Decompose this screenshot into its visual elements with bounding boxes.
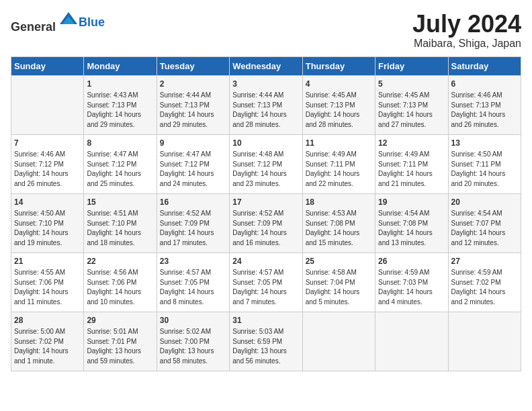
day-number: 14 (14, 197, 81, 208)
calendar-cell: 28Sunrise: 5:00 AM Sunset: 7:02 PM Dayli… (11, 312, 84, 371)
day-number: 21 (14, 256, 81, 267)
calendar-cell: 2Sunrise: 4:44 AM Sunset: 7:13 PM Daylig… (157, 75, 229, 134)
month-title: July 2024 (412, 11, 521, 38)
calendar-cell: 12Sunrise: 4:49 AM Sunset: 7:11 PM Dayli… (375, 134, 448, 193)
day-number: 16 (160, 197, 226, 208)
day-header: Monday (84, 56, 157, 75)
cell-content: Sunrise: 5:02 AM Sunset: 7:00 PM Dayligh… (160, 327, 226, 366)
calendar-cell: 5Sunrise: 4:45 AM Sunset: 7:13 PM Daylig… (375, 75, 448, 134)
calendar-cell: 10Sunrise: 4:48 AM Sunset: 7:12 PM Dayli… (230, 134, 302, 193)
day-number: 12 (378, 138, 445, 149)
day-number: 4 (306, 79, 372, 90)
cell-content: Sunrise: 4:50 AM Sunset: 7:11 PM Dayligh… (451, 150, 518, 189)
day-header: Wednesday (230, 56, 302, 75)
calendar-cell: 3Sunrise: 4:44 AM Sunset: 7:13 PM Daylig… (230, 75, 302, 134)
day-number: 30 (160, 315, 226, 326)
calendar-cell: 17Sunrise: 4:52 AM Sunset: 7:09 PM Dayli… (230, 193, 302, 253)
day-number: 6 (451, 79, 518, 90)
cell-content: Sunrise: 4:44 AM Sunset: 7:13 PM Dayligh… (232, 91, 299, 130)
day-header: Tuesday (157, 56, 229, 75)
cell-content: Sunrise: 4:48 AM Sunset: 7:12 PM Dayligh… (232, 150, 299, 189)
calendar-cell (302, 312, 375, 371)
day-number: 20 (451, 197, 518, 208)
cell-content: Sunrise: 4:46 AM Sunset: 7:13 PM Dayligh… (451, 91, 518, 130)
day-number: 7 (14, 138, 81, 149)
calendar-cell: 1Sunrise: 4:43 AM Sunset: 7:13 PM Daylig… (84, 75, 157, 134)
cell-content: Sunrise: 5:01 AM Sunset: 7:01 PM Dayligh… (87, 327, 153, 366)
logo-blue-text: Blue (79, 15, 105, 29)
day-number: 13 (451, 138, 518, 149)
calendar-cell: 16Sunrise: 4:52 AM Sunset: 7:09 PM Dayli… (157, 193, 229, 253)
cell-content: Sunrise: 4:49 AM Sunset: 7:11 PM Dayligh… (378, 150, 445, 189)
day-header: Saturday (448, 56, 521, 75)
calendar-cell: 27Sunrise: 4:59 AM Sunset: 7:02 PM Dayli… (448, 253, 521, 312)
day-number: 25 (306, 256, 372, 267)
days-header-row: SundayMondayTuesdayWednesdayThursdayFrid… (11, 56, 521, 75)
cell-content: Sunrise: 4:45 AM Sunset: 7:13 PM Dayligh… (306, 91, 372, 130)
cell-content: Sunrise: 4:59 AM Sunset: 7:02 PM Dayligh… (451, 268, 518, 307)
calendar-cell: 15Sunrise: 4:51 AM Sunset: 7:10 PM Dayli… (84, 193, 157, 253)
calendar-week-row: 14Sunrise: 4:50 AM Sunset: 7:10 PM Dayli… (11, 193, 521, 253)
calendar-cell: 18Sunrise: 4:53 AM Sunset: 7:08 PM Dayli… (302, 193, 375, 253)
calendar-cell: 19Sunrise: 4:54 AM Sunset: 7:08 PM Dayli… (375, 193, 448, 253)
day-number: 19 (378, 197, 445, 208)
cell-content: Sunrise: 4:52 AM Sunset: 7:09 PM Dayligh… (160, 209, 226, 248)
cell-content: Sunrise: 4:54 AM Sunset: 7:07 PM Dayligh… (451, 209, 518, 248)
day-number: 17 (232, 197, 299, 208)
header: General Blue July 2024 Maibara, Shiga, J… (11, 11, 521, 50)
cell-content: Sunrise: 4:55 AM Sunset: 7:06 PM Dayligh… (14, 268, 81, 307)
day-number: 11 (306, 138, 372, 149)
calendar-cell: 11Sunrise: 4:49 AM Sunset: 7:11 PM Dayli… (302, 134, 375, 193)
day-number: 1 (87, 79, 153, 90)
calendar-cell: 21Sunrise: 4:55 AM Sunset: 7:06 PM Dayli… (11, 253, 84, 312)
day-number: 29 (87, 315, 153, 326)
calendar-week-row: 7Sunrise: 4:46 AM Sunset: 7:12 PM Daylig… (11, 134, 521, 193)
cell-content: Sunrise: 4:47 AM Sunset: 7:12 PM Dayligh… (160, 150, 226, 189)
calendar-cell: 14Sunrise: 4:50 AM Sunset: 7:10 PM Dayli… (11, 193, 84, 253)
day-number: 31 (232, 315, 299, 326)
day-number: 10 (232, 138, 299, 149)
calendar-week-row: 28Sunrise: 5:00 AM Sunset: 7:02 PM Dayli… (11, 312, 521, 371)
calendar-cell: 31Sunrise: 5:03 AM Sunset: 6:59 PM Dayli… (230, 312, 302, 371)
calendar-table: SundayMondayTuesdayWednesdayThursdayFrid… (11, 56, 521, 371)
calendar-cell (448, 312, 521, 371)
calendar-cell: 26Sunrise: 4:59 AM Sunset: 7:03 PM Dayli… (375, 253, 448, 312)
cell-content: Sunrise: 4:49 AM Sunset: 7:11 PM Dayligh… (306, 150, 372, 189)
title-area: July 2024 Maibara, Shiga, Japan (412, 11, 521, 50)
cell-content: Sunrise: 4:57 AM Sunset: 7:05 PM Dayligh… (160, 268, 226, 307)
day-number: 5 (378, 79, 445, 90)
day-number: 24 (232, 256, 299, 267)
day-number: 15 (87, 197, 153, 208)
cell-content: Sunrise: 4:44 AM Sunset: 7:13 PM Dayligh… (160, 91, 226, 130)
logo: General Blue (11, 11, 105, 34)
calendar-cell: 22Sunrise: 4:56 AM Sunset: 7:06 PM Dayli… (84, 253, 157, 312)
calendar-cell: 23Sunrise: 4:57 AM Sunset: 7:05 PM Dayli… (157, 253, 229, 312)
cell-content: Sunrise: 4:57 AM Sunset: 7:05 PM Dayligh… (232, 268, 299, 307)
calendar-body: 1Sunrise: 4:43 AM Sunset: 7:13 PM Daylig… (11, 75, 521, 371)
calendar-cell: 24Sunrise: 4:57 AM Sunset: 7:05 PM Dayli… (230, 253, 302, 312)
cell-content: Sunrise: 4:58 AM Sunset: 7:04 PM Dayligh… (306, 268, 372, 307)
day-header: Thursday (302, 56, 375, 75)
calendar-week-row: 1Sunrise: 4:43 AM Sunset: 7:13 PM Daylig… (11, 75, 521, 134)
logo-icon (58, 11, 79, 31)
day-number: 22 (87, 256, 153, 267)
calendar-cell: 7Sunrise: 4:46 AM Sunset: 7:12 PM Daylig… (11, 134, 84, 193)
calendar-cell: 6Sunrise: 4:46 AM Sunset: 7:13 PM Daylig… (448, 75, 521, 134)
cell-content: Sunrise: 4:56 AM Sunset: 7:06 PM Dayligh… (87, 268, 153, 307)
day-number: 23 (160, 256, 226, 267)
day-number: 28 (14, 315, 81, 326)
cell-content: Sunrise: 5:03 AM Sunset: 6:59 PM Dayligh… (232, 327, 299, 366)
cell-content: Sunrise: 4:46 AM Sunset: 7:12 PM Dayligh… (14, 150, 81, 189)
calendar-cell (375, 312, 448, 371)
calendar-cell: 30Sunrise: 5:02 AM Sunset: 7:00 PM Dayli… (157, 312, 229, 371)
cell-content: Sunrise: 4:47 AM Sunset: 7:12 PM Dayligh… (87, 150, 153, 189)
calendar-cell: 29Sunrise: 5:01 AM Sunset: 7:01 PM Dayli… (84, 312, 157, 371)
day-number: 3 (232, 79, 299, 90)
day-number: 9 (160, 138, 226, 149)
logo-general-text: General (11, 20, 56, 34)
calendar-cell: 8Sunrise: 4:47 AM Sunset: 7:12 PM Daylig… (84, 134, 157, 193)
cell-content: Sunrise: 4:51 AM Sunset: 7:10 PM Dayligh… (87, 209, 153, 248)
day-number: 8 (87, 138, 153, 149)
day-header: Sunday (11, 56, 84, 75)
location-title: Maibara, Shiga, Japan (412, 38, 521, 50)
